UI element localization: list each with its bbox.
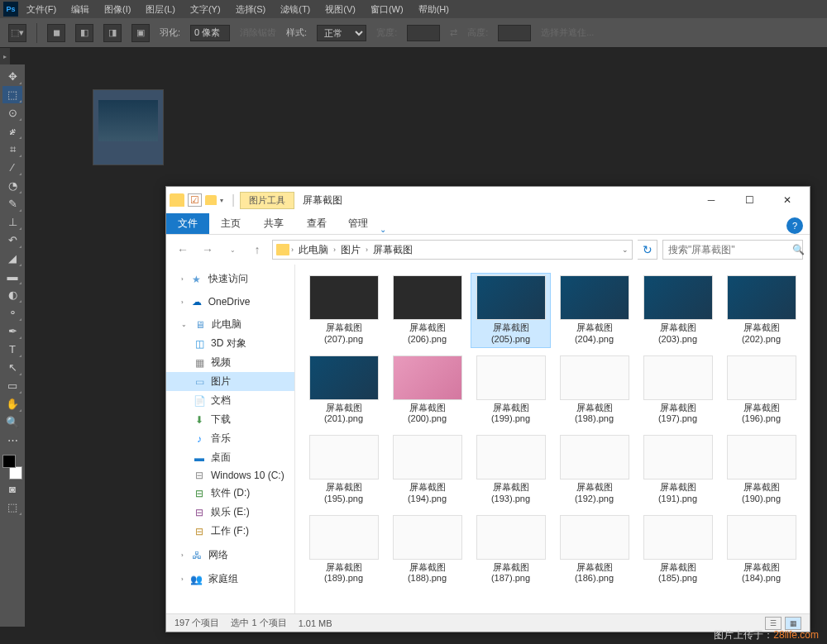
menu-view[interactable]: 视图(V): [318, 2, 362, 17]
file-item[interactable]: 屏幕截图(202).png: [721, 273, 801, 348]
address-bar[interactable]: › 此电脑 › 图片 › 屏幕截图 ⌄: [272, 240, 633, 260]
new-selection-icon[interactable]: ◼: [47, 24, 65, 42]
file-item[interactable]: 屏幕截图(189).png: [304, 513, 384, 588]
file-item[interactable]: 屏幕截图(193).png: [471, 432, 551, 508]
hand-tool[interactable]: ✋: [2, 395, 22, 413]
menu-help[interactable]: 帮助(H): [412, 2, 456, 17]
move-tool[interactable]: ✥: [2, 68, 22, 85]
nav-quick-access[interactable]: ›★快速访问: [166, 270, 294, 289]
file-item[interactable]: 屏幕截图(201).png: [304, 353, 384, 428]
quick-mask-icon[interactable]: ◙: [2, 480, 22, 498]
menu-file[interactable]: 文件(F): [20, 2, 63, 17]
file-item[interactable]: 屏幕截图(206).png: [387, 273, 467, 348]
tab-file[interactable]: 文件: [166, 213, 209, 234]
back-button[interactable]: ←: [173, 240, 193, 260]
history-brush-tool[interactable]: ↶: [2, 231, 22, 249]
rectangle-tool[interactable]: ▭: [2, 377, 22, 394]
nav-drive-e[interactable]: ⊟娱乐 (E:): [166, 503, 294, 522]
nav-this-pc[interactable]: ⌄🖥此电脑: [166, 315, 294, 334]
pen-tool[interactable]: ✒: [2, 322, 22, 340]
feather-input[interactable]: [190, 25, 230, 41]
chevron-icon[interactable]: ›: [366, 246, 368, 254]
file-item[interactable]: 屏幕截图(200).png: [387, 353, 467, 428]
file-item[interactable]: 屏幕截图(203).png: [638, 273, 718, 348]
crop-tool[interactable]: ⌗: [2, 141, 22, 158]
tab-share[interactable]: 共享: [252, 213, 295, 234]
file-item[interactable]: 屏幕截图(194).png: [387, 432, 467, 508]
file-item[interactable]: 屏幕截图(205).png: [471, 273, 551, 348]
fg-color[interactable]: [2, 455, 16, 468]
search-box[interactable]: 🔍: [662, 240, 803, 260]
nav-homegroup[interactable]: ›👥家庭组: [166, 570, 294, 589]
menu-window[interactable]: 窗口(W): [364, 2, 410, 17]
file-item[interactable]: 屏幕截图(190).png: [721, 432, 801, 508]
chevron-icon[interactable]: ›: [333, 246, 336, 254]
nav-drive-d[interactable]: ⊟软件 (D:): [166, 484, 294, 503]
minimize-button[interactable]: ─: [692, 188, 730, 212]
picture-tools-tab[interactable]: 图片工具: [240, 192, 294, 209]
file-item[interactable]: 屏幕截图(185).png: [638, 513, 718, 588]
chevron-icon[interactable]: ›: [291, 246, 294, 254]
screen-mode-icon[interactable]: ⬚: [2, 499, 22, 516]
subtract-selection-icon[interactable]: ◨: [103, 24, 122, 42]
address-dropdown-icon[interactable]: ⌄: [622, 246, 629, 254]
marquee-tool-icon[interactable]: ⬚▾: [8, 24, 26, 42]
style-select[interactable]: 正常: [317, 25, 366, 41]
bg-color[interactable]: [9, 466, 22, 479]
breadcrumb-screenshots[interactable]: 屏幕截图: [370, 243, 416, 257]
menu-image[interactable]: 图像(I): [98, 2, 137, 17]
file-grid[interactable]: 屏幕截图(207).png屏幕截图(206).png屏幕截图(205).png屏…: [295, 265, 810, 613]
file-item[interactable]: 屏幕截图(187).png: [471, 513, 551, 588]
more-tools[interactable]: ⋯: [2, 432, 22, 449]
file-item[interactable]: 屏幕截图(184).png: [721, 513, 801, 588]
panel-toggle-icon[interactable]: ▸: [0, 48, 10, 64]
nav-videos[interactable]: ▦视频: [166, 353, 294, 372]
menu-layer[interactable]: 图层(L): [139, 2, 181, 17]
file-item[interactable]: 屏幕截图(191).png: [638, 432, 718, 508]
maximize-button[interactable]: ☐: [730, 188, 768, 212]
quick-select-tool[interactable]: ⸙: [2, 122, 22, 140]
eyedropper-tool[interactable]: ⁄: [2, 159, 22, 176]
file-item[interactable]: 屏幕截图(186).png: [554, 513, 634, 588]
file-item[interactable]: 屏幕截图(204).png: [554, 273, 634, 348]
lasso-tool[interactable]: ⊙: [2, 104, 22, 122]
brush-tool[interactable]: ✎: [2, 195, 22, 212]
collapse-ribbon-icon[interactable]: ⌄: [380, 225, 386, 234]
menu-type[interactable]: 文字(Y): [184, 2, 227, 17]
blur-tool[interactable]: ◐: [2, 286, 22, 303]
add-selection-icon[interactable]: ◧: [75, 24, 93, 42]
up-button[interactable]: ↑: [247, 240, 267, 260]
help-icon[interactable]: ?: [786, 217, 803, 234]
nav-drive-c[interactable]: ⊟Windows 10 (C:): [166, 467, 294, 484]
tab-view[interactable]: 查看: [295, 213, 338, 234]
explorer-titlebar[interactable]: ☑ ▾ | 图片工具 屏幕截图 ─ ☐ ✕: [166, 187, 810, 213]
gradient-tool[interactable]: ▬: [2, 268, 22, 285]
file-item[interactable]: 屏幕截图(195).png: [304, 432, 384, 508]
nav-drive-f[interactable]: ⊟工作 (F:): [166, 522, 294, 541]
eraser-tool[interactable]: ◢: [2, 250, 22, 267]
close-button[interactable]: ✕: [768, 188, 806, 212]
nav-onedrive[interactable]: ›☁OneDrive: [166, 293, 294, 310]
file-item[interactable]: 屏幕截图(197).png: [638, 353, 718, 428]
breadcrumb-pictures[interactable]: 图片: [337, 243, 364, 257]
heal-tool[interactable]: ◔: [2, 177, 22, 194]
file-item[interactable]: 屏幕截图(198).png: [554, 353, 634, 428]
breadcrumb-pc[interactable]: 此电脑: [295, 243, 332, 257]
nav-network[interactable]: ›🖧网络: [166, 546, 294, 565]
tab-manage[interactable]: 管理: [337, 213, 380, 234]
dodge-tool[interactable]: ⚬: [2, 304, 22, 322]
file-item[interactable]: 屏幕截图(196).png: [721, 353, 801, 428]
history-dropdown-icon[interactable]: ⌄: [222, 240, 242, 260]
tab-home[interactable]: 主页: [209, 213, 252, 234]
path-select-tool[interactable]: ↖: [2, 359, 22, 376]
nav-desktop[interactable]: ▬桌面: [166, 448, 294, 467]
menu-select[interactable]: 选择(S): [229, 2, 273, 17]
search-input[interactable]: [668, 244, 792, 255]
nav-documents[interactable]: 📄文档: [166, 391, 294, 410]
menu-filter[interactable]: 滤镜(T): [274, 2, 317, 17]
nav-music[interactable]: ♪音乐: [166, 429, 294, 448]
forward-button[interactable]: →: [198, 240, 218, 260]
nav-pane[interactable]: ›★快速访问 ›☁OneDrive ⌄🖥此电脑 ◫3D 对象 ▦视频 ▭图片 📄…: [166, 265, 295, 613]
zoom-tool[interactable]: 🔍: [2, 413, 22, 431]
nav-3d-objects[interactable]: ◫3D 对象: [166, 334, 294, 353]
